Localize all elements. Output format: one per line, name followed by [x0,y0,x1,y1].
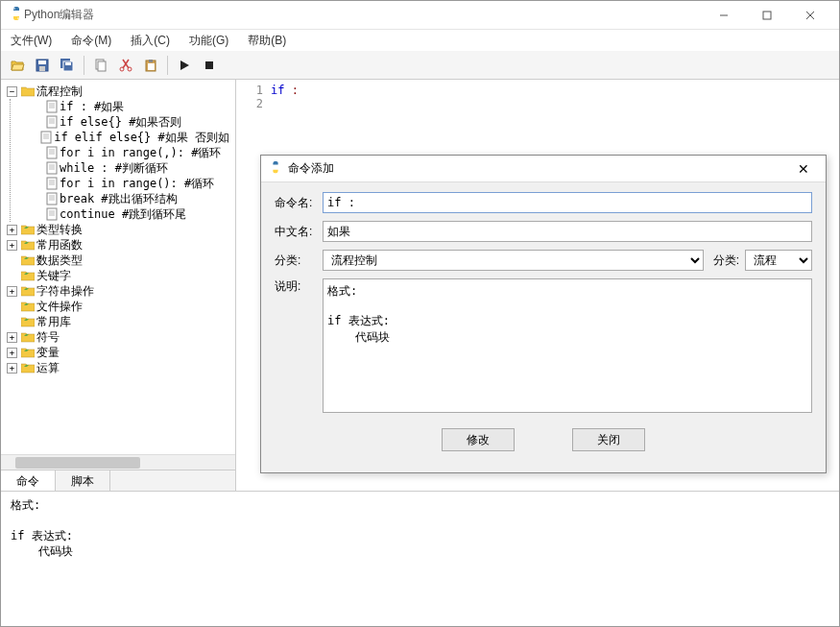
titlebar: Python编辑器 [1,1,839,30]
tree-item-label: while : #判断循环 [60,160,168,176]
svg-rect-38 [47,162,57,174]
expand-icon[interactable]: + [7,240,17,251]
svg-rect-19 [149,60,153,62]
tree-folder[interactable]: +类型转换 [5,222,231,237]
menu-cmd[interactable]: 命令(M) [67,31,115,51]
scrollbar-thumb[interactable] [15,457,140,469]
svg-rect-7 [38,60,46,64]
chinese-name-input[interactable] [323,221,812,242]
folder-icon [21,270,35,281]
tree-folder-label: 变量 [36,345,60,360]
folder-icon [21,301,35,312]
tree-folder-root[interactable]: − 流程控制 [5,84,231,99]
label-category: 分类: [275,253,323,269]
tab-commands[interactable]: 命令 [1,470,56,491]
stop-button[interactable] [199,55,220,76]
description-textarea[interactable] [323,278,812,413]
menu-help[interactable]: 帮助(B) [244,31,290,51]
tree-folder[interactable]: 数据类型 [5,253,231,268]
paste-button[interactable] [140,55,161,76]
menu-func[interactable]: 功能(G) [185,31,232,51]
tree-folder[interactable]: +字符串操作 [5,283,231,299]
open-button[interactable] [7,55,28,76]
run-button[interactable] [174,55,195,76]
svg-rect-20 [148,63,155,70]
tree-label: 流程控制 [36,84,83,99]
expand-icon[interactable]: + [7,363,17,374]
folder-icon [21,331,35,343]
tree[interactable]: − 流程控制 if : #如果if else{} #如果否则if elif el… [1,80,235,454]
collapse-icon[interactable]: − [7,86,17,97]
tree-item[interactable]: if elif else{} #如果 否则如 [30,130,231,145]
document-icon [40,131,52,144]
svg-rect-42 [47,178,57,189]
folder-icon [21,85,35,97]
command-add-dialog: 命令添加 ✕ 命令名: 中文名: 分类: 流程控制 分类: 流程 说明: 修改 … [260,155,827,473]
tree-folder-label: 常用库 [36,314,71,329]
svg-rect-34 [47,147,57,158]
label-description: 说明: [275,278,323,295]
close-button[interactable]: 关闭 [572,428,645,451]
close-button[interactable] [788,1,831,29]
tree-item-label: if else{} #如果否则 [60,114,181,130]
tree-item[interactable]: for i in range(): #循环 [30,176,231,191]
svg-rect-21 [205,61,213,69]
document-icon [46,115,58,129]
modify-button[interactable]: 修改 [442,428,515,451]
expand-icon[interactable]: + [7,286,17,297]
document-icon [46,192,58,205]
tree-item[interactable]: if else{} #如果否则 [30,114,231,130]
minimize-button[interactable] [702,1,745,29]
maximize-button[interactable] [745,1,788,29]
folder-icon [21,285,35,297]
tree-item[interactable]: for i in range(,): #循环 [30,145,231,160]
expand-icon[interactable]: + [7,332,17,343]
svg-rect-46 [47,193,57,205]
folder-icon [21,316,35,327]
category-select[interactable]: 流程控制 [323,250,704,271]
tree-folder[interactable]: +变量 [5,345,231,360]
menu-insert[interactable]: 插入(C) [127,31,174,51]
expand-icon[interactable]: + [7,225,17,235]
document-icon [46,146,58,159]
dialog-titlebar: 命令添加 ✕ [261,156,826,182]
document-icon [46,177,58,190]
tree-item-label: for i in range(): #循环 [60,176,214,191]
tree-folder[interactable]: +运算 [5,360,231,375]
tree-folder[interactable]: +符号 [5,329,231,345]
python-icon [269,160,282,177]
tree-item[interactable]: continue #跳到循环尾 [30,206,231,222]
svg-rect-13 [98,61,106,71]
cut-button[interactable] [115,55,136,76]
tree-item[interactable]: while : #判断循环 [30,160,231,176]
folder-icon [21,239,35,251]
tree-item[interactable]: break #跳出循环结构 [30,191,231,206]
sidebar: − 流程控制 if : #如果if else{} #如果否则if elif el… [1,80,236,491]
menu-file[interactable]: 文件(W) [7,31,56,51]
save-button[interactable] [32,55,53,76]
svg-point-17 [128,67,132,71]
dialog-close-button[interactable]: ✕ [789,161,818,177]
tree-folder-label: 关键字 [36,268,71,283]
expand-icon[interactable]: + [7,348,17,358]
toolbar [1,51,839,80]
tree-folder[interactable]: +常用函数 [5,237,231,253]
dialog-title: 命令添加 [288,160,789,177]
category2-select[interactable]: 流程 [745,250,812,271]
scrollbar-horizontal[interactable] [1,454,235,470]
label-category2: 分类: [713,253,739,269]
copy-button[interactable] [90,55,111,76]
document-icon [46,207,58,221]
command-name-input[interactable] [323,192,812,213]
saveall-button[interactable] [57,55,78,76]
svg-point-16 [120,67,124,71]
tree-folder[interactable]: 关键字 [5,268,231,283]
tree-item[interactable]: if : #如果 [30,99,231,114]
svg-rect-3 [763,12,771,19]
tree-folder-label: 字符串操作 [36,283,94,299]
tree-folder[interactable]: 常用库 [5,314,231,329]
folder-icon [21,254,35,266]
tree-folder[interactable]: 文件操作 [5,299,231,314]
description-panel: 格式: if 表达式: 代码块 [1,491,839,606]
tab-script[interactable]: 脚本 [56,470,110,491]
